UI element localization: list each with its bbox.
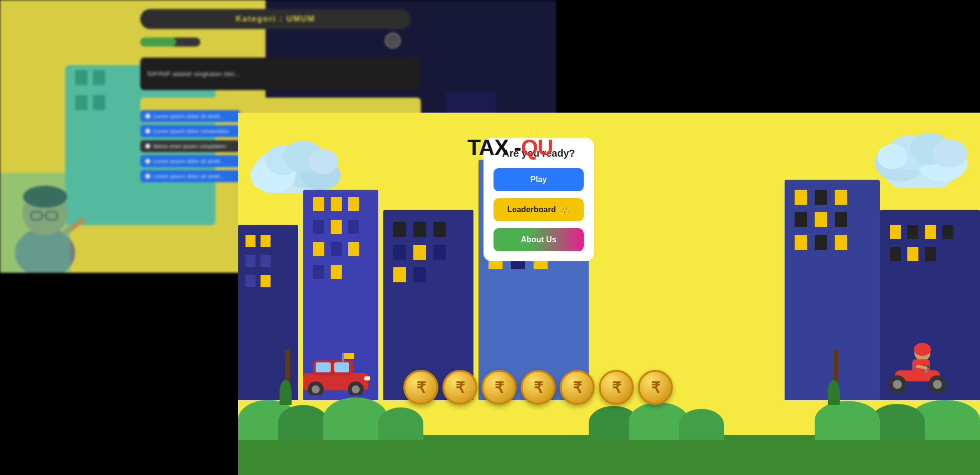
game-title: TAX -QU [467,135,553,160]
play-button-label: Play [531,175,547,184]
svg-rect-25 [342,353,344,362]
svg-point-19 [932,140,967,168]
title-black-part: TAX - [467,135,521,160]
blurred-progress-bar [140,38,200,47]
svg-rect-24 [334,362,349,372]
cloud-left [248,133,348,195]
blurred-options: Lorem ipsum dolor sit amet... Lorem ipsu… [140,110,240,182]
svg-point-41 [933,380,942,389]
game-screen: ₹ ₹ ₹ ₹ ₹ ₹ ₹ TA [238,113,980,475]
svg-line-42 [917,366,926,368]
svg-point-33 [914,343,931,356]
coins-row: ₹ ₹ ₹ ₹ ₹ ₹ ₹ [403,370,673,405]
blurred-top-bar: Kategori : UMUM [140,9,411,29]
svg-rect-26 [344,353,354,359]
svg-point-13 [308,149,338,174]
svg-rect-31 [364,376,370,380]
about-button-label: About Us [521,235,556,244]
svg-point-20 [877,144,907,169]
blurred-timer [385,33,401,49]
svg-rect-23 [316,362,331,372]
coin-5: ₹ [560,370,595,405]
svg-point-30 [352,385,360,393]
tree-left [283,350,292,405]
svg-point-28 [312,385,320,393]
coin-7: ₹ [638,370,673,405]
coin-3: ₹ [481,370,517,405]
title-red-part: QU [521,135,553,160]
leaderboard-button-label: Leaderboard [508,205,556,214]
coin-2: ₹ [442,370,477,405]
ground [238,395,980,475]
svg-point-39 [893,380,902,389]
leaderboard-button[interactable]: Leaderboard 👑 [494,198,584,221]
blurred-question: NIP/NIP adalah singkatan dari... [140,58,421,90]
car [298,350,373,397]
coin-1: ₹ [403,370,438,405]
cloud-right [870,123,970,190]
scooter [885,340,950,397]
tree-right [831,350,840,405]
about-us-button[interactable]: About Us [494,228,584,251]
crown-icon: 👑 [560,205,570,215]
play-button[interactable]: Play [494,168,584,191]
coin-4: ₹ [521,370,556,405]
coin-6: ₹ [599,370,634,405]
